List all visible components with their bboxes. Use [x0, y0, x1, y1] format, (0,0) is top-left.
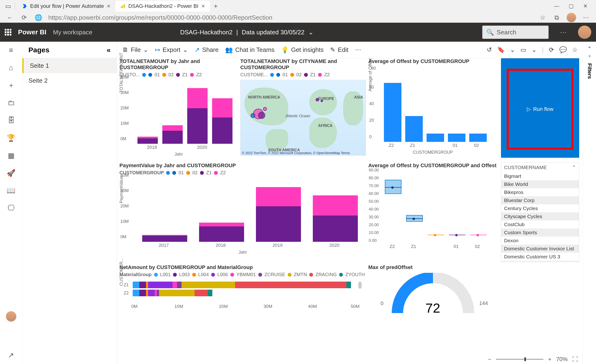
window-controls: — ▢ ✕ [554, 3, 592, 9]
scrollbar[interactable] [358, 282, 362, 289]
chart-netamount-materialgroup[interactable]: NetAmount by CUSTOMERGROUP and MaterialG… [119, 264, 366, 321]
reset-icon[interactable]: ↺ [487, 46, 492, 53]
file-menu[interactable]: 🗎File⌄ [122, 46, 148, 53]
expand-nav-icon[interactable]: ↗ [8, 351, 14, 359]
chevron-down-icon[interactable]: ⌄ [510, 46, 515, 53]
browser-tab-power-bi[interactable]: DSAG-Hackathon2 - Power BI ✕ [115, 1, 210, 12]
map-visual[interactable]: NORTH AMERICA EUROPE ASIA AFRICA SOUTH A… [240, 80, 366, 156]
slicer-item[interactable]: CostClub [501, 220, 579, 229]
chart-avg-offest-group[interactable]: Average of Offest by CUSTOMERGROUP 80 Av… [368, 58, 497, 158]
app-launcher-icon[interactable] [5, 29, 11, 36]
teams-icon: 👥 [225, 46, 233, 53]
chart-totalnetamount-jahr[interactable]: TOTALNETAMOUNT by Jahr and CUSTOMERGROUP… [119, 58, 238, 158]
back-icon[interactable]: ← [6, 13, 14, 22]
left-nav-rail: ≡ ⌂ ＋ 🗀 🗄 🏆 ▦ 🚀 📖 🖵 ↗ [0, 42, 22, 364]
close-icon[interactable]: ✕ [201, 3, 205, 9]
report-header-center: DSAG-Hackathon2 | Data updated 30/05/22 … [180, 29, 313, 36]
profile-avatar[interactable] [567, 13, 576, 22]
slicer-item[interactable]: Bike World [501, 180, 579, 188]
zoom-slider[interactable] [496, 359, 544, 360]
chart-paymentvalue-jahr[interactable]: PaymentValue by Jahr and CUSTOMERGROUP C… [119, 162, 366, 262]
browser-tab-power-automate[interactable]: Edit your flow | Power Automate ✕ [17, 1, 115, 12]
chart-map-cityname[interactable]: TOTALNETAMOUNT by CITYNAME and CUSTOMERG… [240, 58, 366, 158]
filter-icon[interactable]: ▿ [589, 54, 590, 58]
deployment-icon[interactable]: 🚀 [6, 168, 16, 178]
tab-actions-icon[interactable]: ▭ [4, 2, 12, 10]
slicer-item[interactable]: Domestic Customer US 4 [501, 261, 579, 262]
more-icon[interactable]: ⋯ [555, 29, 571, 36]
slicer-item[interactable]: Bikepros [501, 188, 579, 196]
site-info-icon[interactable]: 🌐 [34, 13, 43, 22]
menu-icon[interactable]: ≡ [6, 45, 16, 55]
export-icon: ↦ [155, 46, 160, 53]
home-icon[interactable]: ⌂ [6, 63, 16, 73]
share-button[interactable]: ↗Share [194, 46, 218, 53]
comment-icon[interactable]: 💬 [559, 46, 567, 53]
get-insights-button[interactable]: 💡Get insights [281, 46, 323, 53]
slicer-item[interactable]: Century Cycles [501, 204, 579, 212]
slicer-item[interactable]: Domestic Customer Invoice List [501, 245, 579, 253]
bookmark-icon[interactable]: 🔖 [497, 46, 505, 53]
chevron-down-icon: ⌄ [143, 46, 148, 53]
zoom-out-button[interactable]: − [488, 356, 491, 363]
apps-icon[interactable]: ▦ [6, 151, 16, 160]
slicer-item[interactable]: Cityscape Cycles [501, 212, 579, 220]
run-flow-tile[interactable]: ▷ Run flow [501, 58, 579, 158]
goals-icon[interactable]: 🏆 [6, 133, 16, 143]
chevron-down-icon[interactable]: ⌄ [532, 46, 537, 53]
zoom-in-button[interactable]: + [548, 356, 551, 363]
chart-gauge-predoffset[interactable]: Max of predOffset 0 72 144 [368, 264, 497, 321]
chat-teams-button[interactable]: 👥Chat in Teams [225, 46, 275, 53]
edit-button[interactable]: ✎Edit [330, 46, 348, 53]
legend: CUSTO... 01 02 Z1 Z2 [119, 72, 238, 77]
user-avatar[interactable] [578, 26, 591, 39]
slicer-item[interactable]: Bluestar Corp [501, 196, 579, 204]
slicer-item[interactable]: Custom Sports [501, 229, 579, 237]
legend: CUSTOME... 01 02 Z1 Z2 [240, 72, 366, 77]
search-input[interactable]: 🔍 Search [482, 26, 549, 39]
more-icon[interactable]: ⋯ [582, 13, 590, 22]
collapse-pages-icon[interactable]: « [107, 46, 111, 54]
more-icon[interactable]: ⋯ [355, 46, 361, 53]
minimize-icon[interactable]: — [554, 3, 559, 9]
slicer-list[interactable]: Bigmart Bike World Bikepros Bluestar Cor… [501, 172, 579, 262]
command-bar: 🗎File⌄ ↦Export⌄ ↗Share 👥Chat in Teams 💡G… [117, 42, 583, 58]
fit-to-page-icon[interactable]: ⛶ [572, 356, 578, 363]
slicer-item[interactable]: Domestic Customer US 3 [501, 253, 579, 261]
browse-icon[interactable]: 🗀 [6, 98, 16, 108]
create-icon[interactable]: ＋ [6, 80, 16, 90]
slicer-header[interactable]: CUSTOMERNAME ⌃ [501, 163, 579, 172]
slicer-customername[interactable]: CUSTOMERNAME ⌃ Bigmart Bike World Bikepr… [501, 162, 579, 262]
star-icon[interactable]: ☆ [572, 46, 578, 53]
slicer-item[interactable]: Dexon [501, 237, 579, 245]
refresh-icon[interactable]: ⟳ [549, 46, 554, 53]
expand-filters-icon[interactable]: « [589, 45, 590, 49]
new-tab-button[interactable]: + [210, 2, 221, 10]
view-icon[interactable]: ▭ [520, 46, 526, 53]
workspace-avatar[interactable] [6, 311, 16, 322]
url-field[interactable]: https://app.powerbi.com/groups/me/report… [48, 14, 532, 21]
workspaces-icon[interactable]: 🖵 [6, 203, 16, 213]
close-window-icon[interactable]: ✕ [583, 3, 588, 9]
chevron-down-icon[interactable]: ⌄ [308, 29, 313, 36]
page-tab-seite-2[interactable]: Seite 2 [22, 73, 117, 88]
data-updated-label[interactable]: Data updated 30/05/22 [242, 29, 305, 36]
slicer-item[interactable]: Bigmart [501, 172, 579, 180]
page-tab-seite-1[interactable]: Seite 1 [22, 58, 117, 73]
filters-label[interactable]: Filters [587, 63, 593, 79]
learn-icon[interactable]: 📖 [6, 186, 16, 195]
brand-label: Power BI [18, 29, 46, 36]
workspace-label[interactable]: My workspace [53, 29, 92, 36]
maximize-icon[interactable]: ▢ [569, 3, 574, 9]
collections-icon[interactable]: ⧉ [552, 13, 561, 22]
refresh-icon[interactable]: ⟳ [20, 13, 29, 22]
svg-rect-2 [124, 4, 125, 8]
chart-avg-offest-box[interactable]: Average of Offest by CUSTOMERGROUP and O… [368, 162, 497, 262]
export-menu[interactable]: ↦Export⌄ [155, 46, 188, 53]
favorite-icon[interactable]: ☆ [538, 13, 547, 22]
tab-title: DSAG-Hackathon2 - Power BI [128, 3, 198, 9]
chevron-up-icon[interactable]: ⌃ [572, 165, 576, 170]
close-icon[interactable]: ✕ [107, 3, 111, 9]
run-flow-button[interactable]: ▷ Run flow [507, 69, 574, 150]
datahub-icon[interactable]: 🗄 [6, 116, 16, 125]
